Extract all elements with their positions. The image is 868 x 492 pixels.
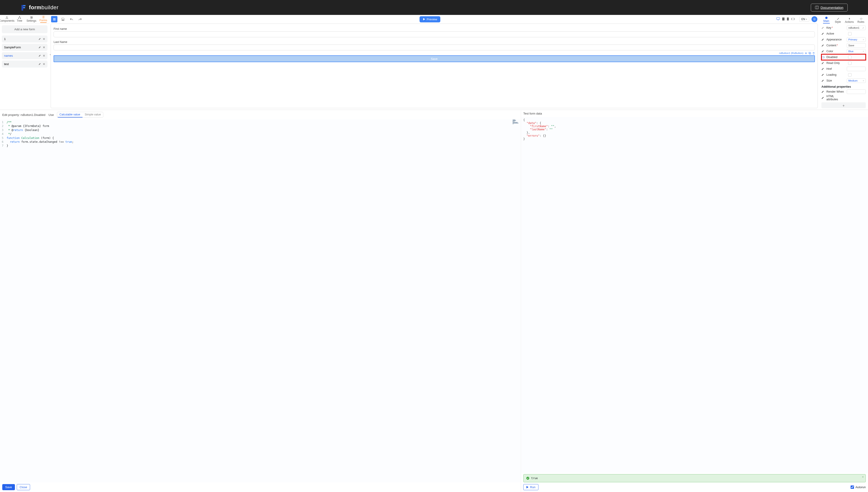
tab-calculable[interactable]: Calculable value bbox=[57, 112, 83, 118]
run-button[interactable]: Run bbox=[523, 484, 538, 490]
brand-rest: builder bbox=[41, 4, 58, 10]
svg-rect-6 bbox=[18, 18, 19, 18]
form-row[interactable]: test bbox=[2, 60, 47, 68]
canvas-save-button[interactable]: Save bbox=[53, 55, 815, 62]
pencil-icon bbox=[821, 91, 824, 93]
test-data-header: Test form data bbox=[521, 110, 868, 117]
edit-icon[interactable] bbox=[39, 46, 41, 49]
close-icon[interactable] bbox=[43, 38, 45, 40]
lastname-input[interactable] bbox=[53, 45, 815, 50]
form-row[interactable]: SampleForm bbox=[2, 44, 47, 51]
save-disk-button[interactable] bbox=[60, 16, 66, 22]
prop-loading-checkbox[interactable] bbox=[847, 73, 866, 77]
prop-size-value[interactable]: Medium× bbox=[847, 78, 866, 83]
tab-tree-label: Tree bbox=[17, 19, 22, 22]
documentation-button[interactable]: Documentation bbox=[811, 4, 848, 11]
workspace: Components Tree Settings Forms Add a new… bbox=[0, 15, 868, 110]
tab-style[interactable]: Style bbox=[832, 17, 844, 24]
close-icon[interactable] bbox=[43, 46, 45, 49]
selected-component-text: rsButton1 (RsButton) bbox=[779, 52, 803, 54]
autorun-checkbox[interactable] bbox=[851, 486, 854, 489]
form-row-actions bbox=[39, 46, 45, 49]
undo-button[interactable] bbox=[68, 16, 75, 22]
prop-renderwhen-value[interactable] bbox=[847, 90, 866, 94]
form-row[interactable]: 1 bbox=[2, 35, 47, 43]
tab-simple[interactable]: Simple value bbox=[83, 112, 103, 118]
tab-forms[interactable]: Forms bbox=[37, 16, 49, 23]
prop-htmlattrs-label: HTML attributes bbox=[826, 95, 846, 101]
pencil-icon bbox=[821, 39, 824, 41]
edit-icon[interactable] bbox=[39, 63, 41, 65]
documentation-icon bbox=[815, 6, 819, 9]
forms-list: 1 SampleForm names bbox=[2, 35, 47, 68]
editor-close-button[interactable]: Close bbox=[17, 484, 30, 490]
code-content: /** * @param {IFormData} form * @return … bbox=[6, 120, 73, 482]
prop-active-checkbox[interactable] bbox=[847, 31, 866, 36]
test-data-title: Test form data bbox=[523, 112, 542, 115]
prop-readonly: Read Only bbox=[821, 60, 866, 66]
add-form-button[interactable]: Add a new form bbox=[2, 25, 47, 33]
prop-key-label: Key bbox=[826, 26, 831, 29]
form-row[interactable]: names bbox=[2, 52, 47, 59]
chevron-down-icon: ▾ bbox=[806, 18, 807, 20]
prop-key-value[interactable]: rsButton1✓ bbox=[847, 26, 866, 30]
tab-rules[interactable]: Rules bbox=[855, 17, 867, 24]
play-icon bbox=[423, 18, 425, 21]
form-canvas[interactable]: First name Last Name rsButton1 (RsButton… bbox=[51, 24, 818, 108]
tablet-icon[interactable] bbox=[782, 17, 784, 21]
test-data-json[interactable]: { "data": { "firstName": "", "lastName":… bbox=[521, 117, 868, 473]
use-label: Use bbox=[49, 113, 54, 117]
svg-rect-14 bbox=[43, 17, 45, 17]
add-icon[interactable] bbox=[805, 52, 807, 54]
desktop-icon[interactable] bbox=[776, 17, 780, 21]
undo-icon bbox=[70, 18, 73, 21]
preview-button[interactable]: Preview bbox=[420, 16, 440, 22]
code-editor[interactable]: 1 2 3 4 5 6 7 /** * @param {IFormData} f… bbox=[0, 120, 521, 482]
svg-point-2 bbox=[6, 16, 7, 17]
language-select[interactable]: EN ▾ bbox=[799, 17, 809, 22]
tab-actions-label: Actions bbox=[845, 20, 854, 24]
tab-actions[interactable]: Actions bbox=[844, 17, 855, 24]
tab-main[interactable]: Main bbox=[821, 17, 832, 24]
edit-icon[interactable] bbox=[39, 38, 41, 40]
form-row-name: names bbox=[4, 54, 13, 57]
copy-icon[interactable] bbox=[808, 52, 811, 54]
tab-components[interactable]: Components bbox=[0, 16, 14, 22]
prop-readonly-checkbox[interactable] bbox=[847, 61, 866, 65]
menu-button[interactable] bbox=[51, 16, 57, 22]
redo-button[interactable] bbox=[77, 16, 83, 22]
prop-appearance-value[interactable]: Primary× bbox=[847, 37, 866, 42]
pencil-icon bbox=[821, 62, 824, 65]
editor-save-button[interactable]: Save bbox=[2, 484, 15, 490]
code-editor-footer: Save Close bbox=[0, 482, 521, 492]
settings-gear-button[interactable] bbox=[812, 16, 817, 22]
pencil-icon bbox=[821, 50, 824, 53]
code-editor-header: Edit property: rsButton1.Disabled Use Ca… bbox=[0, 110, 521, 120]
result-close-icon[interactable]: × bbox=[862, 475, 864, 478]
delete-icon[interactable] bbox=[813, 52, 815, 54]
code-view-icon[interactable] bbox=[791, 17, 795, 21]
mobile-icon[interactable] bbox=[787, 17, 789, 21]
tab-main-label: Main bbox=[823, 19, 829, 23]
prop-disabled-checkbox[interactable] bbox=[847, 55, 866, 59]
pencil-icon bbox=[821, 44, 824, 47]
svg-point-8 bbox=[30, 17, 31, 17]
close-icon[interactable] bbox=[43, 54, 45, 57]
prop-active: Active bbox=[821, 31, 866, 36]
autorun-toggle[interactable]: Autorun bbox=[851, 486, 866, 489]
tab-tree[interactable]: Tree bbox=[14, 16, 26, 22]
prop-href-value[interactable] bbox=[847, 67, 866, 71]
field-label-firstname: First name bbox=[53, 27, 815, 30]
firstname-input[interactable] bbox=[53, 31, 815, 37]
prop-color: Color Blue× bbox=[821, 48, 866, 54]
svg-point-9 bbox=[32, 17, 32, 18]
add-attribute-button[interactable]: + bbox=[821, 104, 866, 108]
prop-content-value[interactable]: Save bbox=[847, 43, 866, 48]
prop-color-value[interactable]: Blue× bbox=[847, 49, 866, 53]
test-data-footer: Run Autorun bbox=[521, 482, 868, 492]
close-icon[interactable] bbox=[43, 63, 45, 65]
form-row-name: SampleForm bbox=[4, 46, 21, 49]
edit-icon[interactable] bbox=[39, 54, 41, 57]
svg-rect-18 bbox=[777, 18, 780, 20]
tab-settings[interactable]: Settings bbox=[26, 16, 38, 22]
